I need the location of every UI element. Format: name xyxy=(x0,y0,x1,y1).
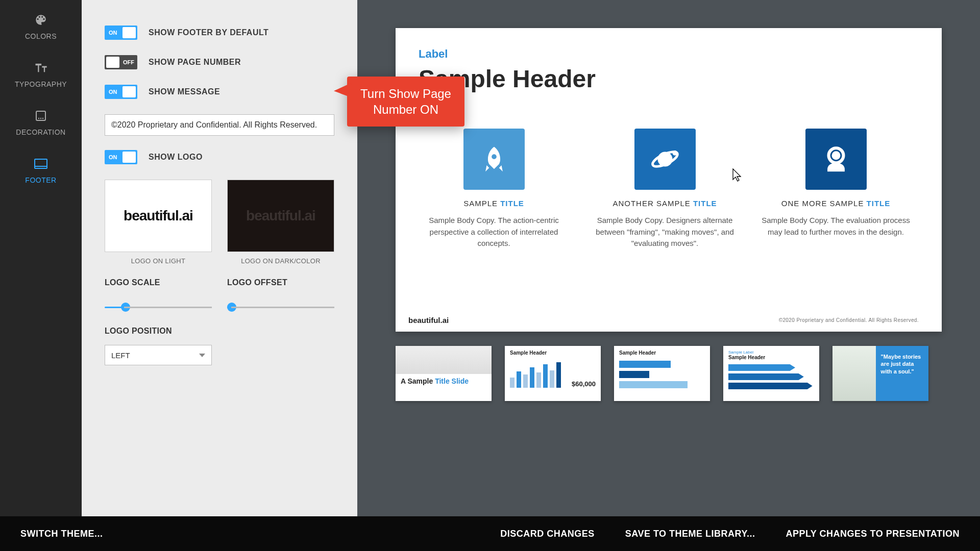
svg-rect-4 xyxy=(35,159,47,168)
planet-icon xyxy=(634,129,696,190)
nav-footer[interactable]: FOOTER xyxy=(25,157,56,184)
thumb-1[interactable]: A Sample Title Slide xyxy=(396,346,492,401)
toggle-show-page-number[interactable]: OFF xyxy=(105,55,137,69)
nav-footer-label: FOOTER xyxy=(25,176,56,184)
svg-point-3 xyxy=(42,118,43,119)
footer-icon xyxy=(34,157,48,171)
footer-copyright: ©2020 Proprietary and Confidential. All … xyxy=(779,317,919,323)
sidebar-nav: COLORS TYPOGRAPHY DECORATION FOOTER xyxy=(0,0,82,516)
logo-scale-slider[interactable] xyxy=(105,307,212,308)
slide-preview: Label Sample Header SAMPLE TITLE Sample … xyxy=(396,28,942,332)
svg-rect-0 xyxy=(36,111,45,120)
svg-point-2 xyxy=(40,118,41,119)
slide-header: Sample Header xyxy=(419,65,911,93)
tutorial-callout: Turn Show Page Number ON xyxy=(347,77,464,127)
label-show-message: SHOW MESSAGE xyxy=(149,87,220,96)
slide-label: Label xyxy=(419,47,911,61)
thumb-3[interactable]: Sample Header xyxy=(614,346,710,401)
card-1: SAMPLE TITLE Sample Body Copy. The actio… xyxy=(419,129,569,249)
cursor-icon xyxy=(732,168,743,184)
logo-light-caption: LOGO ON LIGHT xyxy=(105,257,212,265)
logo-position-label: LOGO POSITION xyxy=(105,327,334,336)
toggle-show-message[interactable]: ON xyxy=(105,85,137,99)
nav-decoration-label: DECORATION xyxy=(16,128,65,136)
discard-changes-button[interactable]: DISCARD CHANGES xyxy=(500,529,595,539)
nav-colors[interactable]: COLORS xyxy=(25,13,57,40)
save-to-library-button[interactable]: SAVE TO THEME LIBRARY... xyxy=(625,529,755,539)
settings-panel: ON SHOW FOOTER BY DEFAULT OFF SHOW PAGE … xyxy=(82,0,357,516)
svg-point-1 xyxy=(38,118,39,119)
svg-point-8 xyxy=(672,151,677,156)
label-show-page-number: SHOW PAGE NUMBER xyxy=(149,58,241,67)
toggle-show-footer-default[interactable]: ON xyxy=(105,26,137,40)
logo-on-dark-box[interactable]: beautiful.ai xyxy=(227,180,334,252)
card-3: ONE MORE SAMPLE TITLE Sample Body Copy. … xyxy=(761,129,911,249)
label-show-footer-default: SHOW FOOTER BY DEFAULT xyxy=(149,28,268,37)
typography-icon xyxy=(34,61,48,75)
footer-logo: beautiful.ai xyxy=(408,316,449,324)
logo-on-light-box[interactable]: beautiful.ai xyxy=(105,180,212,252)
logo-position-select[interactable]: LEFT xyxy=(105,345,212,365)
thumb-4[interactable]: Sample Label Sample Header xyxy=(723,346,819,401)
palette-icon xyxy=(34,13,48,27)
apply-changes-button[interactable]: APPLY CHANGES TO PRESENTATION xyxy=(786,529,960,539)
rocket-icon xyxy=(463,129,525,190)
label-show-logo: SHOW LOGO xyxy=(149,153,203,162)
nav-decoration[interactable]: DECORATION xyxy=(16,109,65,136)
nav-typography[interactable]: TYPOGRAPHY xyxy=(15,61,67,88)
nav-colors-label: COLORS xyxy=(25,32,57,40)
switch-theme-button[interactable]: SWITCH THEME... xyxy=(20,529,103,539)
toggle-show-logo[interactable]: ON xyxy=(105,150,137,164)
logo-offset-label: LOGO OFFSET xyxy=(227,278,334,287)
thumb-5[interactable]: "Maybe stories are just data with a soul… xyxy=(832,346,928,401)
logo-offset-slider[interactable] xyxy=(227,307,334,308)
card-2: ANOTHER SAMPLE TITLE Sample Body Copy. D… xyxy=(590,129,740,249)
astronaut-icon xyxy=(805,129,867,190)
bottom-bar: SWITCH THEME... DISCARD CHANGES SAVE TO … xyxy=(0,516,980,551)
nav-typography-label: TYPOGRAPHY xyxy=(15,80,67,88)
chevron-down-icon xyxy=(199,354,205,357)
logo-scale-label: LOGO SCALE xyxy=(105,278,212,287)
thumb-2[interactable]: Sample Header $60,000 xyxy=(505,346,601,401)
footer-message-input[interactable] xyxy=(105,114,334,136)
svg-point-10 xyxy=(831,151,840,160)
logo-dark-caption: LOGO ON DARK/COLOR xyxy=(227,257,334,265)
decoration-icon xyxy=(34,109,48,123)
thumbnail-strip: A Sample Title Slide Sample Header $60,0… xyxy=(396,346,942,401)
